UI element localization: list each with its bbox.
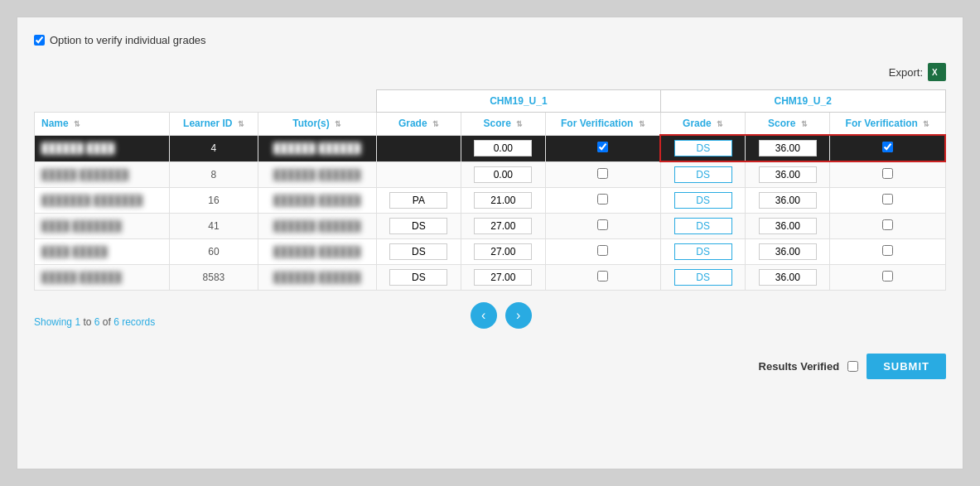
- cell-verify2: [830, 188, 945, 214]
- verify2-checkbox[interactable]: [882, 219, 893, 230]
- score1-input[interactable]: [474, 218, 532, 234]
- cell-grade2: [660, 188, 746, 214]
- grade1-input[interactable]: [389, 269, 447, 286]
- export-label: Export:: [889, 66, 923, 79]
- cell-score2: [746, 161, 830, 188]
- col-tutors: Tutor(s) ⇅: [258, 113, 376, 136]
- next-page-button[interactable]: ›: [505, 302, 532, 329]
- sort-name-icon[interactable]: ⇅: [74, 120, 80, 128]
- verify2-checkbox[interactable]: [882, 271, 893, 281]
- cell-verify1: [545, 265, 660, 291]
- submit-button[interactable]: SUBMIT: [867, 354, 946, 379]
- cell-grade1: [376, 135, 461, 161]
- cell-learner-id: 60: [170, 239, 258, 265]
- grade1-input[interactable]: [389, 218, 447, 234]
- score2-input[interactable]: [759, 166, 817, 183]
- score1-input[interactable]: [474, 166, 532, 183]
- cell-grade1: [376, 265, 461, 291]
- grade2-input[interactable]: [674, 140, 732, 156]
- results-verified-checkbox[interactable]: [847, 361, 858, 372]
- verify1-checkbox[interactable]: [597, 168, 608, 179]
- score1-input[interactable]: [474, 140, 532, 156]
- cell-tutors: ██████ ██████: [258, 135, 376, 161]
- verify1-checkbox[interactable]: [597, 245, 608, 256]
- sort-score1-icon[interactable]: ⇅: [516, 120, 523, 128]
- verify-label: Option to verify individual grades: [50, 34, 206, 46]
- excel-export-button[interactable]: X: [928, 63, 946, 81]
- sort-grade2-icon[interactable]: ⇅: [717, 120, 723, 128]
- svg-text:X: X: [932, 68, 938, 77]
- col-verify1: For Verification ⇅: [545, 113, 660, 136]
- cell-name: ███████ ███████: [35, 188, 170, 214]
- cell-grade2: [660, 161, 746, 188]
- cell-verify1: [545, 239, 660, 265]
- cell-tutors: ██████ ██████: [258, 161, 376, 188]
- verify2-checkbox[interactable]: [882, 142, 893, 152]
- cell-learner-id: 16: [170, 188, 258, 214]
- table-row: ████ █████60██████ ██████: [35, 239, 946, 265]
- verify2-checkbox[interactable]: [882, 245, 893, 256]
- table-row: ██████ ████4██████ ██████: [35, 135, 946, 161]
- verify1-checkbox[interactable]: [597, 219, 608, 230]
- table-row: █████ ██████8583██████ ██████: [35, 265, 946, 291]
- grade2-input[interactable]: [674, 243, 732, 260]
- cell-verify1: [545, 188, 660, 214]
- verify2-checkbox[interactable]: [882, 194, 893, 205]
- grade2-input[interactable]: [674, 192, 732, 209]
- showing-from: 1: [75, 316, 80, 328]
- empty-group-header: [35, 90, 377, 113]
- score2-input[interactable]: [759, 192, 817, 209]
- score2-input[interactable]: [759, 218, 817, 234]
- cell-grade1: [376, 214, 461, 239]
- cell-learner-id: 41: [170, 214, 258, 239]
- cell-verify2: [830, 214, 945, 239]
- verify1-checkbox[interactable]: [597, 271, 608, 281]
- score2-input[interactable]: [759, 243, 817, 260]
- verify1-checkbox[interactable]: [597, 142, 608, 152]
- cell-verify2: [830, 265, 945, 291]
- score2-input[interactable]: [759, 140, 817, 156]
- cell-verify1: [545, 161, 660, 188]
- sort-grade1-icon[interactable]: ⇅: [432, 120, 439, 128]
- verify2-checkbox[interactable]: [882, 168, 893, 179]
- grade1-input[interactable]: [389, 192, 447, 209]
- cell-grade2: [660, 135, 746, 161]
- grade2-input[interactable]: [674, 269, 732, 286]
- cell-learner-id: 4: [170, 135, 258, 161]
- cell-learner-id: 8583: [170, 265, 258, 291]
- score1-input[interactable]: [474, 192, 532, 209]
- cell-grade1: [376, 188, 461, 214]
- col-grade1: Grade ⇅: [376, 113, 461, 136]
- col-header-row: Name ⇅ Learner ID ⇅ Tutor(s) ⇅ Grade ⇅ S…: [35, 113, 946, 136]
- cell-grade2: [660, 239, 746, 265]
- showing-text: Showing 1 to 6 of 6 records: [34, 316, 155, 328]
- score1-input[interactable]: [474, 243, 532, 260]
- cell-score1: [461, 135, 545, 161]
- cell-grade1: [376, 239, 461, 265]
- score2-input[interactable]: [759, 269, 817, 286]
- export-bar: Export: X: [34, 63, 946, 81]
- cell-name: █████ ██████: [35, 265, 170, 291]
- cell-verify2: [830, 161, 945, 188]
- cell-name: ████ █████: [35, 239, 170, 265]
- cell-name: █████ ███████: [35, 161, 170, 188]
- sort-verify1-icon[interactable]: ⇅: [639, 120, 645, 128]
- score1-input[interactable]: [474, 269, 532, 286]
- cell-verify2: [830, 239, 945, 265]
- grades-table: CHM19_U_1 CHM19_U_2 Name ⇅ Learner ID ⇅ …: [34, 89, 946, 291]
- cell-grade1: [376, 161, 461, 188]
- cell-tutors: ██████ ██████: [258, 239, 376, 265]
- showing-to: 6: [94, 316, 100, 328]
- verify-checkbox[interactable]: [34, 35, 45, 46]
- grade2-input[interactable]: [674, 218, 732, 234]
- group2-header: CHM19_U_2: [660, 90, 945, 113]
- option-verify-row: Option to verify individual grades: [34, 34, 946, 46]
- sort-tutors-icon[interactable]: ⇅: [335, 120, 341, 128]
- verify1-checkbox[interactable]: [597, 194, 608, 205]
- prev-page-button[interactable]: ‹: [471, 302, 497, 329]
- sort-verify2-icon[interactable]: ⇅: [923, 120, 929, 128]
- grade1-input[interactable]: [389, 243, 447, 260]
- grade2-input[interactable]: [674, 166, 732, 183]
- sort-score2-icon[interactable]: ⇅: [801, 120, 808, 128]
- sort-learner-icon[interactable]: ⇅: [238, 120, 244, 128]
